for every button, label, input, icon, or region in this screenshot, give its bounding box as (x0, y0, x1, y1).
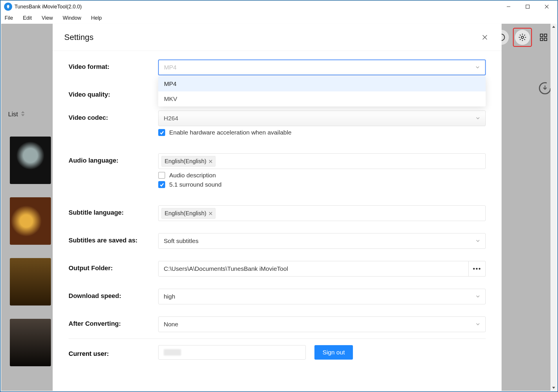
hw-accel-label: Enable hardware acceleration when availa… (169, 129, 292, 136)
list-label-text: List (8, 111, 18, 118)
browse-folder-button[interactable]: ••• (469, 261, 486, 277)
grid-icon (539, 33, 548, 42)
minimize-button[interactable] (499, 1, 518, 13)
ellipsis-icon: ••• (473, 265, 481, 273)
menu-edit[interactable]: Edit (21, 14, 34, 22)
download-speed-select[interactable]: high (158, 289, 486, 304)
settings-button-highlight (513, 28, 532, 47)
menubar: File Edit View Window Help (1, 13, 557, 23)
output-folder-value: C:\Users\A\Documents\TunesBank iMovieToo… (164, 265, 288, 272)
list-item[interactable] (10, 258, 51, 305)
subtitles-saved-select[interactable]: Soft subtitles (158, 233, 486, 249)
gear-icon (518, 33, 527, 42)
check-icon (159, 182, 164, 187)
vertical-scrollbar[interactable] (550, 24, 557, 391)
video-format-select[interactable]: MP4 (158, 60, 486, 75)
settings-divider (69, 338, 486, 339)
window-title: TunesBank iMovieTool(2.0.0) (14, 4, 82, 10)
list-item[interactable] (10, 137, 51, 184)
chevron-down-icon (476, 238, 480, 244)
audio-language-label: Audio language: (69, 153, 158, 164)
tag-remove-icon[interactable] (209, 210, 212, 217)
titlebar: TunesBank iMovieTool(2.0.0) (1, 1, 557, 13)
modal-close-button[interactable] (480, 32, 490, 43)
check-icon (159, 130, 164, 135)
video-format-label: Video format: (69, 60, 158, 71)
svg-rect-6 (540, 34, 543, 37)
chevron-down-icon (476, 115, 480, 122)
after-converting-value: None (164, 321, 178, 328)
subtitle-language-label: Subtitle language: (69, 205, 158, 216)
video-codec-value: H264 (164, 115, 178, 122)
download-progress-icon[interactable] (538, 82, 552, 95)
window-controls (499, 1, 556, 13)
output-folder-label: Output Folder: (69, 261, 158, 272)
chevron-down-icon (475, 64, 480, 71)
video-format-option-mkv[interactable]: MKV (158, 91, 486, 106)
modal-body: Video format: MP4 MP4 MKV Video quality: (53, 51, 502, 391)
audio-language-input[interactable]: English(English) (158, 153, 486, 169)
video-format-option-mp4[interactable]: MP4 (158, 76, 486, 91)
close-icon (482, 34, 488, 41)
close-button[interactable] (537, 1, 556, 13)
maximize-button[interactable] (518, 1, 537, 13)
subtitles-saved-value: Soft subtitles (164, 238, 198, 244)
menu-view[interactable]: View (40, 14, 55, 22)
audio-description-label: Audio description (169, 172, 216, 179)
svg-rect-7 (544, 34, 547, 37)
video-quality-label: Video quality: (69, 87, 158, 98)
audio-description-checkbox[interactable] (158, 172, 165, 179)
video-format-value: MP4 (164, 64, 176, 71)
sign-out-button[interactable]: Sign out (314, 345, 353, 360)
hw-accel-checkbox[interactable] (158, 129, 165, 136)
surround-checkbox[interactable] (158, 181, 165, 188)
subtitle-language-input[interactable]: English(English) (158, 205, 486, 221)
grid-view-button[interactable] (536, 30, 551, 45)
scroll-down-arrow[interactable] (550, 384, 557, 391)
current-user-field (158, 345, 306, 360)
svg-rect-9 (544, 38, 547, 41)
svg-rect-8 (540, 38, 543, 41)
surround-label: 5.1 surround sound (169, 181, 222, 188)
chevron-down-icon (476, 321, 480, 328)
menu-help[interactable]: Help (89, 14, 104, 22)
after-converting-label: After Converting: (69, 316, 158, 327)
download-speed-value: high (164, 293, 175, 300)
toolbar-icons (494, 28, 551, 47)
audio-language-tag-text: English(English) (165, 158, 207, 165)
subtitle-language-tag-text: English(English) (165, 210, 207, 217)
chevron-down-icon (476, 293, 480, 300)
settings-button[interactable] (515, 30, 530, 45)
list-item[interactable] (10, 197, 51, 245)
modal-title: Settings (64, 33, 93, 42)
svg-rect-1 (526, 5, 529, 8)
video-codec-select[interactable]: H264 (158, 111, 486, 126)
output-folder-input[interactable]: C:\Users\A\Documents\TunesBank iMovieToo… (158, 261, 469, 277)
scroll-up-arrow[interactable] (550, 24, 557, 30)
after-converting-select[interactable]: None (158, 316, 486, 332)
audio-language-tag[interactable]: English(English) (161, 156, 216, 167)
app-window: TunesBank iMovieTool(2.0.0) File Edit Vi… (0, 0, 558, 392)
app-icon (4, 3, 12, 11)
modal-header: Settings (53, 24, 502, 51)
subtitle-language-tag[interactable]: English(English) (161, 208, 216, 219)
list-sort-label[interactable]: List (8, 111, 25, 118)
video-codec-label: Video codec: (69, 111, 158, 122)
subtitles-saved-label: Subtitles are saved as: (69, 233, 158, 244)
current-user-value-redacted (164, 349, 181, 356)
download-speed-label: Download speed: (69, 289, 158, 300)
list-item[interactable] (10, 319, 51, 366)
video-format-dropdown: MP4 MKV (158, 76, 486, 106)
sort-caret-icon (21, 111, 25, 118)
svg-point-5 (521, 36, 524, 38)
current-user-label: Current user: (69, 347, 158, 358)
settings-modal: Settings Video format: MP4 MP4 MKV (53, 24, 502, 391)
tag-remove-icon[interactable] (209, 158, 212, 165)
menu-file[interactable]: File (3, 14, 15, 22)
menu-window[interactable]: Window (61, 14, 83, 22)
